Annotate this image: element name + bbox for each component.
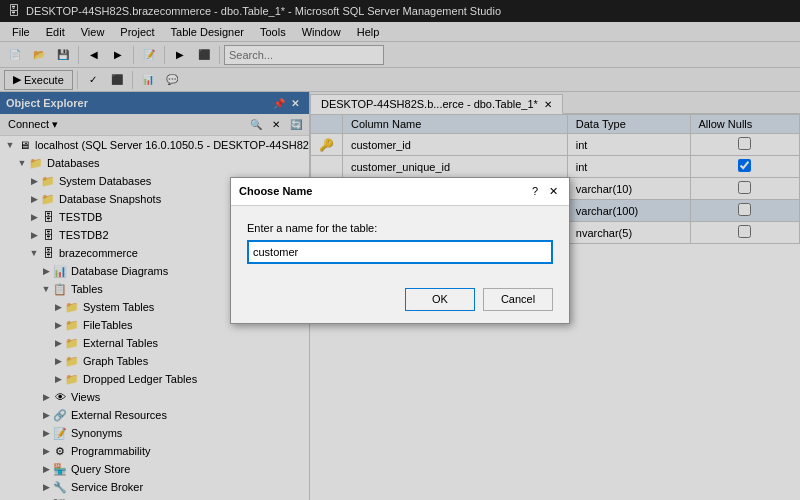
dialog-body: Enter a name for the table:: [231, 206, 569, 280]
dialog-close-btn[interactable]: ✕: [545, 183, 561, 199]
ok-button[interactable]: OK: [405, 288, 475, 311]
dialog-title-bar: Choose Name ? ✕: [231, 178, 569, 206]
dialog-title-buttons: ? ✕: [527, 183, 561, 199]
dialog-label: Enter a name for the table:: [247, 222, 553, 234]
dialog-overlay: Choose Name ? ✕ Enter a name for the tab…: [0, 0, 800, 500]
dialog-help-btn[interactable]: ?: [527, 183, 543, 199]
dialog-footer: OK Cancel: [231, 280, 569, 323]
dialog-title: Choose Name: [239, 185, 312, 197]
choose-name-dialog: Choose Name ? ✕ Enter a name for the tab…: [230, 177, 570, 324]
cancel-button[interactable]: Cancel: [483, 288, 553, 311]
table-name-input[interactable]: [247, 240, 553, 264]
